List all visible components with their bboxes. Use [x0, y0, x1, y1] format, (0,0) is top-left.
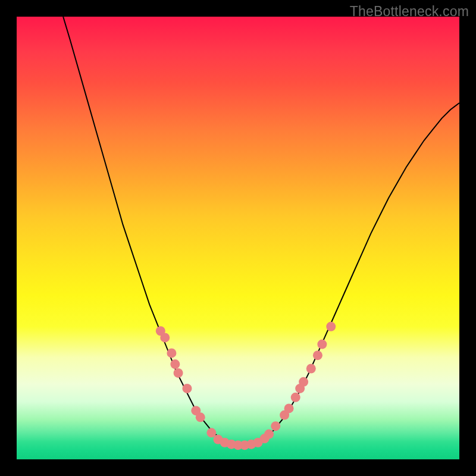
data-point [167, 348, 176, 358]
data-point [264, 430, 274, 439]
data-points-group [156, 322, 336, 450]
data-point [326, 322, 336, 331]
data-point [196, 412, 205, 422]
data-point [299, 377, 308, 387]
plot-area [17, 17, 459, 459]
chart-svg [17, 17, 459, 459]
data-point [182, 384, 192, 393]
data-point [170, 359, 180, 369]
watermark-text: TheBottleneck.com [350, 4, 469, 20]
data-point [313, 350, 322, 360]
data-point [160, 333, 170, 342]
data-point [271, 421, 280, 431]
chart-frame: TheBottleneck.com [0, 0, 476, 476]
data-point [174, 368, 183, 378]
data-point [284, 403, 294, 413]
data-point [306, 364, 316, 373]
data-point [317, 340, 327, 349]
bottleneck-curve [63, 17, 459, 444]
data-point [291, 393, 300, 402]
